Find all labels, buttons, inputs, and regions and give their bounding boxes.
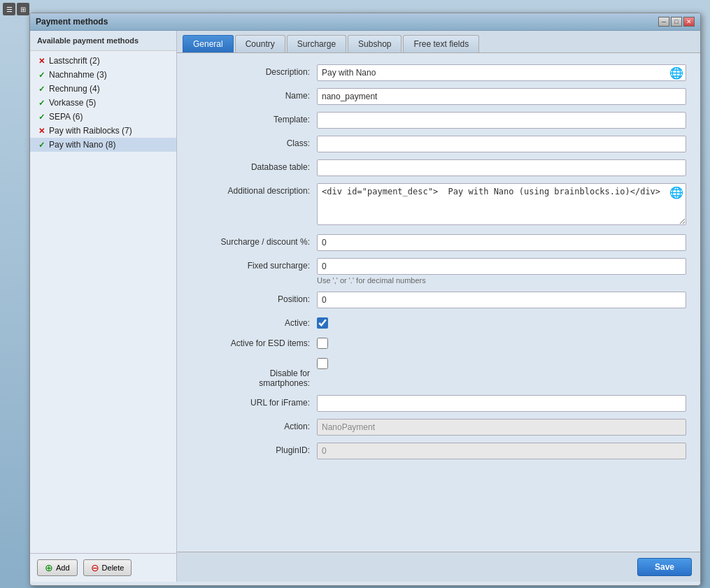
minimize-button[interactable]: ─ — [658, 17, 669, 27]
fixed-surcharge-input[interactable] — [317, 258, 686, 275]
position-control — [317, 292, 686, 308]
class-input[interactable] — [317, 136, 686, 152]
disable-smartphones-label: Disable for smartphones: — [191, 356, 317, 388]
fixed-surcharge-hint: Use ',' or '.' for decimal numbers — [317, 275, 686, 285]
additional-description-row: Additional description: 🌐 — [191, 183, 686, 227]
surcharge-discount-row: Surcharge / discount %: — [191, 234, 686, 251]
class-row: Class: — [191, 136, 686, 152]
sidebar-item-sepa[interactable]: ✓SEPA (6) — [30, 110, 176, 124]
template-row: Template: — [191, 112, 686, 129]
sidebar-item-vorkasse[interactable]: ✓Vorkasse (5) — [30, 96, 176, 110]
description-label: Description: — [191, 64, 317, 77]
disable-smartphones-checkbox[interactable] — [317, 358, 328, 369]
description-globe-icon[interactable]: 🌐 — [669, 66, 683, 80]
sidebar-item-nachnahme[interactable]: ✓Nachnahme (3) — [30, 68, 176, 82]
tab-free-text-fields[interactable]: Free text fields — [403, 35, 479, 52]
position-label: Position: — [191, 292, 317, 304]
tab-surcharge[interactable]: Surcharge — [287, 35, 346, 52]
save-button[interactable]: Save — [637, 558, 692, 576]
window-title: Payment methods — [36, 17, 108, 27]
maximize-button[interactable]: □ — [671, 17, 682, 27]
window-body: Available payment methods ✕Lastschrift (… — [30, 31, 700, 582]
tabs: GeneralCountrySurchargeSubshopFree text … — [177, 31, 700, 53]
position-row: Position: — [191, 292, 686, 308]
bottom-bar: Save — [177, 552, 700, 582]
description-input[interactable] — [317, 64, 686, 81]
database-table-control — [317, 159, 686, 176]
url-iframe-label: URL for iFrame: — [191, 395, 317, 408]
action-label: Action: — [191, 419, 317, 431]
tab-general[interactable]: General — [183, 35, 234, 52]
template-label: Template: — [191, 112, 317, 124]
delete-icon: ⊖ — [91, 562, 99, 573]
position-input[interactable] — [317, 292, 686, 308]
active-row: Active: — [191, 315, 686, 329]
status-icon-pay-with-nano: ✓ — [37, 141, 45, 149]
template-input[interactable] — [317, 112, 686, 129]
desktop-icon-1: ☰ — [3, 3, 15, 15]
database-table-row: Database table: — [191, 159, 686, 176]
active-esd-checkbox[interactable] — [317, 338, 328, 349]
titlebar: Payment methods ─ □ ✕ — [30, 13, 700, 31]
payment-methods-window: Payment methods ─ □ ✕ Available payment … — [29, 13, 701, 586]
class-control — [317, 136, 686, 152]
active-esd-control — [317, 336, 686, 349]
window-controls: ─ □ ✕ — [658, 17, 695, 27]
additional-description-control: 🌐 — [317, 183, 686, 227]
active-control — [317, 315, 686, 329]
description-control: 🌐 — [317, 64, 686, 81]
active-esd-row: Active for ESD items: — [191, 336, 686, 349]
name-label: Name: — [191, 88, 317, 101]
sidebar-item-label-rechnung: Rechnung (4) — [49, 84, 100, 94]
sidebar-item-label-sepa: SEPA (6) — [49, 112, 83, 122]
status-icon-rechnung: ✓ — [37, 85, 45, 93]
sidebar-item-pay-with-raiblocks[interactable]: ✕Pay with Raiblocks (7) — [30, 124, 176, 138]
surcharge-discount-control — [317, 234, 686, 251]
add-button[interactable]: ⊕ Add — [37, 559, 78, 576]
add-label: Add — [56, 564, 70, 572]
fixed-surcharge-row: Fixed surcharge: Use ',' or '.' for deci… — [191, 258, 686, 285]
additional-description-textarea[interactable] — [317, 183, 686, 225]
sidebar-list: ✕Lastschrift (2)✓Nachnahme (3)✓Rechnung … — [30, 51, 176, 553]
sidebar-item-pay-with-nano[interactable]: ✓Pay with Nano (8) — [30, 138, 176, 152]
status-icon-lastschrift: ✕ — [37, 57, 45, 65]
sidebar-item-label-pay-with-raiblocks: Pay with Raiblocks (7) — [49, 126, 132, 136]
delete-button[interactable]: ⊖ Delete — [83, 559, 132, 576]
name-control — [317, 88, 686, 105]
fixed-surcharge-label: Fixed surcharge: — [191, 258, 317, 271]
active-esd-label: Active for ESD items: — [191, 336, 317, 348]
surcharge-discount-input[interactable] — [317, 234, 686, 251]
name-input[interactable] — [317, 88, 686, 105]
desktop-icon-2: ⊞ — [17, 3, 29, 15]
sidebar-item-rechnung[interactable]: ✓Rechnung (4) — [30, 82, 176, 96]
additional-description-label: Additional description: — [191, 183, 317, 196]
class-label: Class: — [191, 136, 317, 148]
database-table-input[interactable] — [317, 159, 686, 176]
url-iframe-control — [317, 395, 686, 412]
desktop: ☰ ⊞ Payment methods ─ □ ✕ Available paym… — [0, 0, 710, 588]
delete-label: Delete — [102, 564, 125, 572]
status-icon-pay-with-raiblocks: ✕ — [37, 127, 45, 135]
additional-description-globe-icon[interactable]: 🌐 — [669, 186, 683, 199]
tab-subshop[interactable]: Subshop — [348, 35, 402, 52]
status-icon-vorkasse: ✓ — [37, 99, 45, 107]
plugin-id-control — [317, 443, 686, 459]
add-icon: ⊕ — [45, 562, 53, 573]
active-checkbox[interactable] — [317, 317, 328, 329]
url-iframe-row: URL for iFrame: — [191, 395, 686, 412]
action-input — [317, 419, 686, 436]
sidebar-item-label-pay-with-nano: Pay with Nano (8) — [49, 140, 115, 150]
url-iframe-input[interactable] — [317, 395, 686, 412]
close-button[interactable]: ✕ — [683, 17, 695, 27]
form-area: Description: 🌐 Name: — [177, 53, 700, 552]
plugin-id-label: PluginID: — [191, 443, 317, 455]
fixed-surcharge-control: Use ',' or '.' for decimal numbers — [317, 258, 686, 285]
action-row: Action: — [191, 419, 686, 436]
template-control — [317, 112, 686, 129]
sidebar: Available payment methods ✕Lastschrift (… — [30, 31, 177, 582]
surcharge-discount-label: Surcharge / discount %: — [191, 234, 317, 247]
sidebar-item-lastschrift[interactable]: ✕Lastschrift (2) — [30, 54, 176, 68]
sidebar-footer: ⊕ Add ⊖ Delete — [30, 553, 176, 582]
tab-country[interactable]: Country — [235, 35, 285, 52]
plugin-id-input — [317, 443, 686, 459]
